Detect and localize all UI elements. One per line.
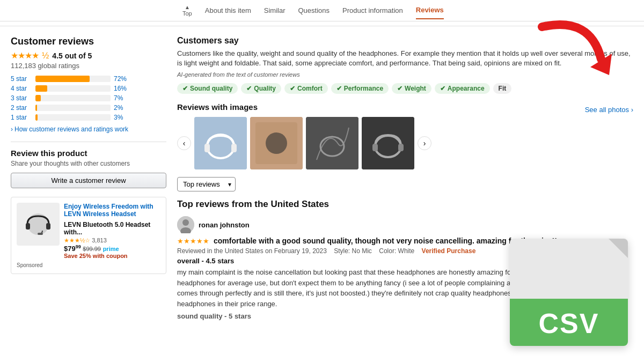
nav-item-reviews[interactable]: Reviews bbox=[416, 6, 444, 19]
reviewer-row: ronan johnston bbox=[177, 216, 633, 233]
review-image-2[interactable] bbox=[250, 117, 303, 169]
svg-point-10 bbox=[266, 132, 287, 154]
check-icon: ✔ bbox=[336, 85, 342, 92]
headset-icon bbox=[22, 208, 54, 240]
review-color: Color: White bbox=[379, 247, 414, 255]
svg-rect-3 bbox=[38, 233, 43, 235]
top-reviews-heading: Top reviews from the United States bbox=[177, 199, 633, 210]
bar-3star-label[interactable]: 3 star bbox=[11, 94, 32, 102]
review-image-4[interactable] bbox=[362, 117, 414, 169]
bar-3star-pct[interactable]: 7% bbox=[114, 94, 123, 102]
svg-rect-6 bbox=[204, 144, 210, 152]
black-headphones-image bbox=[362, 117, 414, 169]
avatar-icon bbox=[177, 216, 194, 233]
tag-quality[interactable]: ✔ Quality bbox=[241, 83, 281, 94]
images-prev-button[interactable]: ‹ bbox=[177, 136, 191, 150]
avatar bbox=[177, 216, 194, 233]
review-images-row: ‹ bbox=[177, 117, 633, 169]
svg-rect-2 bbox=[46, 223, 50, 230]
overall-stars-row: ★★★★½ 4.5 out of 5 bbox=[11, 50, 166, 61]
bar-4star-track bbox=[35, 85, 111, 92]
bar-1star-fill bbox=[35, 114, 38, 121]
bar-4star: 4 star 16% bbox=[11, 85, 166, 92]
bar-4star-fill bbox=[35, 85, 47, 92]
chevron-down-icon: › bbox=[11, 125, 13, 133]
how-ratings-work-link[interactable]: › How customer reviews and ratings work bbox=[11, 125, 166, 133]
check-icon: ✔ bbox=[182, 85, 188, 92]
review-stars-icon: ★★★★★ bbox=[177, 237, 209, 245]
bar-2star-label[interactable]: 2 star bbox=[11, 104, 32, 112]
ad-stars: ★★★½☆ 3,813 bbox=[64, 237, 160, 244]
half-star-icon: ½ bbox=[42, 51, 49, 61]
review-meta: Reviewed in the United States on Februar… bbox=[177, 247, 633, 255]
review-date: Reviewed in the United States on Februar… bbox=[177, 247, 327, 255]
bar-5star-track bbox=[35, 76, 111, 82]
review-sound-quality: sound quality - 5 stars bbox=[177, 312, 633, 320]
bar-5star-pct[interactable]: 72% bbox=[114, 75, 127, 83]
review-image-1[interactable] bbox=[194, 117, 247, 169]
ad-price: $7999 bbox=[64, 245, 81, 253]
ad-review-count: 3,813 bbox=[92, 237, 107, 243]
ad-prime-badge: prime bbox=[103, 246, 119, 252]
ad-text-content: Enjoy Wireless Freedom with LEVN Wireles… bbox=[64, 203, 160, 259]
bar-5star-label[interactable]: 5 star bbox=[11, 75, 32, 83]
sentiment-tags: ✔ Sound quality ✔ Quality ✔ Comfort ✔ Pe… bbox=[177, 83, 633, 94]
images-section-header: Reviews with images See all photos › bbox=[177, 102, 633, 117]
sort-select[interactable]: Top reviews bbox=[177, 177, 236, 191]
reviews-with-images-section: Reviews with images See all photos › ‹ bbox=[177, 102, 633, 169]
reviewer-name: ronan johnston bbox=[199, 221, 250, 229]
tag-weight[interactable]: ✔ Weight bbox=[392, 83, 431, 94]
see-all-photos-link[interactable]: See all photos › bbox=[585, 106, 633, 114]
bar-1star: 1 star 3% bbox=[11, 114, 166, 121]
bar-1star-pct[interactable]: 3% bbox=[114, 114, 123, 121]
top-navigation: ▲ Top About this item Similar Questions … bbox=[0, 0, 644, 21]
review-stars-row: ★★★★★ comfortable with a good sound qual… bbox=[177, 237, 633, 245]
ad-original-price: $99.99 bbox=[83, 246, 101, 252]
review-image-3[interactable] bbox=[306, 117, 358, 169]
nav-top-label: Top bbox=[182, 10, 192, 17]
bar-5star-fill bbox=[35, 76, 90, 82]
bar-1star-track bbox=[35, 114, 111, 121]
tag-sound-quality[interactable]: ✔ Sound quality bbox=[177, 83, 238, 94]
tag-performance[interactable]: ✔ Performance bbox=[331, 83, 389, 94]
up-arrow-icon: ▲ bbox=[185, 4, 190, 10]
svg-rect-16 bbox=[398, 144, 404, 151]
write-review-button[interactable]: Write a customer review bbox=[11, 173, 166, 188]
headphones-white-image bbox=[194, 117, 247, 169]
nav-item-questions[interactable]: Questions bbox=[298, 6, 330, 19]
review-style: Style: No Mic bbox=[334, 247, 372, 255]
ad-price-row: $7999 $99.99 prime bbox=[64, 244, 160, 253]
svg-rect-4 bbox=[194, 117, 247, 169]
ad-headline: Enjoy Wireless Freedom with LEVN Wireles… bbox=[64, 203, 160, 218]
svg-point-18 bbox=[182, 219, 189, 226]
bar-4star-pct[interactable]: 16% bbox=[114, 85, 127, 92]
bar-2star-pct[interactable]: 2% bbox=[114, 104, 123, 112]
filter-row: Top reviews bbox=[177, 177, 633, 191]
nav-item-product-info[interactable]: Product information bbox=[342, 6, 403, 19]
item-on-carpet-image bbox=[250, 117, 303, 169]
customer-reviews-heading: Customer reviews bbox=[11, 36, 166, 47]
tag-appearance[interactable]: ✔ Appearance bbox=[435, 83, 490, 94]
svg-rect-7 bbox=[231, 144, 237, 152]
check-icon: ✔ bbox=[246, 85, 252, 92]
bar-5star: 5 star 72% bbox=[11, 75, 166, 83]
bar-2star-fill bbox=[35, 105, 37, 111]
rating-bars: 5 star 72% 4 star 16% 3 star bbox=[11, 75, 166, 121]
images-next-button[interactable]: › bbox=[418, 136, 431, 150]
check-icon: ✔ bbox=[290, 85, 295, 92]
reviews-with-images-heading: Reviews with images bbox=[177, 102, 258, 112]
tag-fit[interactable]: Fit bbox=[493, 83, 512, 94]
svg-rect-15 bbox=[372, 144, 378, 151]
tag-comfort[interactable]: ✔ Comfort bbox=[284, 83, 328, 94]
black-headphones-cable-image bbox=[306, 117, 358, 169]
nav-item-about[interactable]: About this item bbox=[205, 6, 251, 19]
ad-save-badge: Save 25% with coupon bbox=[64, 253, 160, 259]
bar-4star-label[interactable]: 4 star bbox=[11, 85, 32, 92]
review-overall: overall - 4.5 stars bbox=[177, 257, 633, 265]
review-product-section: Review this product Share your thoughts … bbox=[11, 142, 166, 188]
nav-item-top[interactable]: ▲ Top bbox=[182, 4, 192, 21]
nav-item-similar[interactable]: Similar bbox=[264, 6, 286, 19]
check-icon: ✔ bbox=[440, 85, 445, 92]
bar-1star-label[interactable]: 1 star bbox=[11, 114, 32, 121]
customers-say-section: Customers say Customers like the quality… bbox=[177, 36, 633, 94]
